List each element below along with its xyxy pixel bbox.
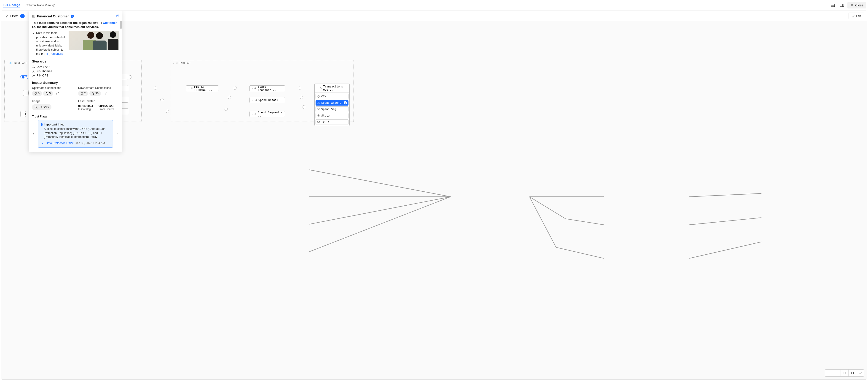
worksheet-icon (254, 113, 256, 115)
leaf-item-tx-id[interactable]: Tx Id (315, 119, 348, 125)
plus-icon (827, 371, 831, 374)
person-icon (32, 69, 35, 73)
svg-point-20 (255, 88, 256, 89)
external-link-icon (116, 14, 119, 18)
trust-next-button[interactable]: › (116, 130, 119, 138)
filters-button[interactable]: Filters 2 (4, 13, 26, 19)
tab-column-trace[interactable]: Column Trace View (26, 3, 55, 7)
trust-prev-button[interactable]: ‹ (32, 130, 35, 138)
relation-icon (92, 92, 94, 95)
stewards-heading: Stewards (32, 59, 119, 63)
info-icon[interactable]: i (71, 15, 74, 18)
downstream-chart-button[interactable] (102, 91, 108, 96)
customer-link[interactable]: Customer (103, 21, 117, 25)
canvas-controls (825, 369, 864, 377)
field-icon (317, 95, 320, 98)
downstream-db-pill[interactable]: 2 (78, 91, 88, 96)
edit-button[interactable]: Edit (848, 12, 864, 19)
person-icon (35, 106, 38, 109)
node-hidden-2[interactable]: › E (20, 111, 26, 117)
pii-link[interactable]: PII (Personally (44, 52, 63, 55)
upstream-chart-button[interactable] (55, 91, 60, 96)
edit-label: Edit (856, 14, 861, 18)
leaf-item-state[interactable]: State (315, 113, 348, 118)
leaf-item-label: Spend Amount (321, 101, 341, 105)
steward-row[interactable]: Iris Thomas (32, 69, 119, 73)
zoom-in-button[interactable] (825, 369, 833, 376)
panel-view-icon[interactable] (829, 2, 836, 9)
trend-icon (859, 371, 862, 374)
upstream-db-pill[interactable]: 0 (32, 91, 42, 96)
trend-button[interactable] (856, 369, 864, 376)
svg-rect-27 (32, 15, 35, 17)
svg-point-25 (320, 87, 321, 89)
node-state-trans[interactable]: › State - Transact... (249, 85, 285, 91)
svg-rect-18 (191, 89, 192, 89)
badge-count: 2 (25, 76, 27, 79)
svg-rect-5 (840, 4, 844, 7)
node-badge-left[interactable]: i 2 (20, 75, 28, 79)
leaf-item-spend-amount[interactable]: Spend Amount i (315, 100, 348, 106)
open-external-button[interactable] (116, 14, 119, 18)
relation-icon (45, 92, 48, 95)
field-icon (317, 121, 320, 123)
worksheet-icon (254, 99, 257, 102)
split-view-icon[interactable] (838, 2, 845, 9)
svg-point-19 (255, 88, 256, 89)
table-icon (32, 15, 35, 18)
chevron-down-icon (173, 62, 175, 64)
scrollbar[interactable] (120, 21, 122, 29)
updated-catalog-sub: In Catalog (78, 108, 93, 111)
trust-heading: Trust Flags (32, 115, 119, 118)
worksheet-icon (254, 87, 256, 90)
leaf-header[interactable]: Transactions Ove... (315, 84, 349, 93)
info-icon: i (344, 101, 347, 105)
minimap-button[interactable] (848, 369, 856, 376)
impact-heading: Impact Summary (32, 81, 119, 84)
chevron-right-icon: › (23, 113, 24, 115)
trust-office-link[interactable]: Data Protection Office (46, 141, 74, 145)
leaf-item-label: Tx Id (321, 120, 330, 124)
trust-date: Jan 30, 2023 11:04 AM (75, 141, 105, 145)
node-hidden-1[interactable]: › E (23, 90, 29, 96)
node-label: Spend Segment - ... (258, 111, 283, 117)
chevron-down-icon (6, 62, 8, 64)
leaf-item-spend-seg[interactable]: Spend Seg... (315, 107, 348, 112)
updated-source-sub: From Source (98, 108, 114, 111)
zoom-out-button[interactable] (833, 369, 841, 376)
svg-point-42 (81, 92, 83, 93)
datasource-icon (191, 87, 193, 90)
leaf-item-cty[interactable]: CTY (315, 94, 348, 99)
chevron-down-icon (316, 87, 318, 89)
downstream-rel-pill[interactable]: 36 (89, 91, 101, 96)
fit-icon (843, 371, 846, 374)
leaf-item-label: CTY (321, 95, 326, 98)
node-label: Spend Detail (258, 99, 278, 102)
tab-full-lineage[interactable]: Full Lineage (3, 3, 20, 8)
trust-body: Subject to compliance with GDPR (General… (44, 127, 110, 139)
usage-pill[interactable]: 9 Users (32, 104, 52, 110)
filter-icon (5, 14, 8, 18)
node-spend-segment[interactable]: › Spend Segment - ... (249, 111, 285, 117)
steward-row[interactable]: FIN OPS (32, 74, 119, 77)
chevron-right-icon: › (251, 99, 253, 102)
svg-point-32 (33, 66, 34, 67)
node-spend-detail[interactable]: › Spend Detail (249, 97, 285, 103)
svg-point-24 (255, 114, 256, 114)
node-fin-tx[interactable]: › FIN_TX (FINANCE.... (186, 85, 219, 91)
customer-image (69, 31, 119, 50)
group-tableau-label: TABLEAU (179, 62, 190, 64)
worksheet-icon (320, 87, 322, 89)
svg-point-36 (35, 92, 37, 93)
chart-icon (103, 92, 107, 95)
upstream-label: Upstream Connections (32, 86, 73, 89)
map-icon (851, 371, 854, 374)
svg-point-26 (320, 88, 321, 88)
term-icon (41, 52, 44, 55)
upstream-rel-pill[interactable]: 5 (43, 91, 53, 96)
leaf-item-label: State (321, 114, 330, 117)
steward-row[interactable]: David Ahn (32, 65, 119, 68)
fit-button[interactable] (841, 369, 848, 376)
group-tableau-header[interactable]: TABLEAU (173, 62, 190, 64)
close-button[interactable]: Close (847, 2, 866, 8)
